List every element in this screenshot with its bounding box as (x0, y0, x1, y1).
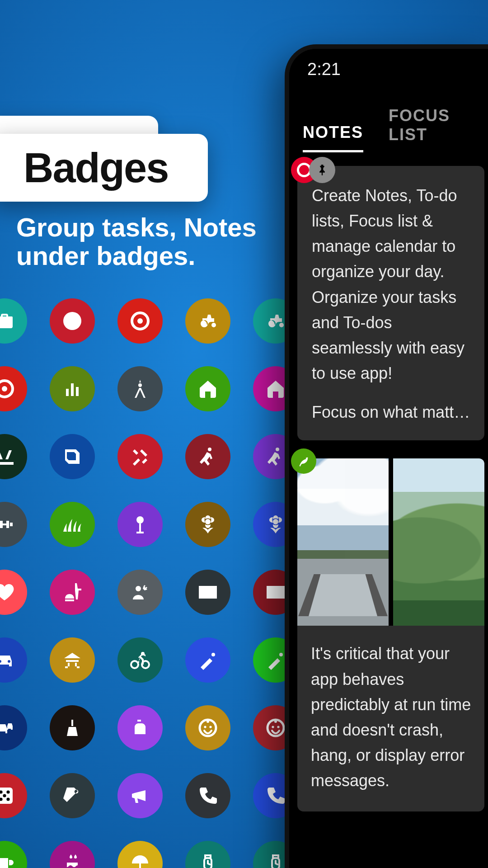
tab-bar: NOTES FOCUS LIST (289, 79, 488, 152)
leaf-icon (291, 448, 316, 474)
compass-drafting-icon[interactable] (117, 366, 163, 411)
tools-cross-icon[interactable] (117, 434, 163, 479)
dumbbell-icon[interactable] (0, 502, 27, 547)
page-title: Badges (23, 144, 168, 192)
golf-icon[interactable] (117, 502, 163, 547)
cricket-icon[interactable] (185, 637, 230, 683)
heart-icon[interactable] (0, 570, 27, 615)
title-card: Badges (0, 134, 208, 202)
dice-icon[interactable] (0, 773, 27, 818)
tractor-icon[interactable] (185, 298, 230, 344)
sick-face-icon[interactable] (50, 298, 95, 344)
traffic-icon[interactable] (0, 705, 27, 750)
handwash-icon[interactable] (117, 705, 163, 750)
bar-chart-icon[interactable] (50, 366, 95, 411)
watch-icon[interactable] (185, 841, 230, 868)
cycling-icon[interactable] (117, 637, 163, 683)
flower-icon[interactable] (185, 502, 230, 547)
home-icon[interactable] (185, 366, 230, 411)
fastfood-icon[interactable] (50, 570, 95, 615)
deck-icon[interactable] (50, 637, 95, 683)
cake-icon[interactable] (50, 841, 95, 868)
note-image (393, 458, 484, 626)
pushpin-icon (309, 157, 335, 183)
status-time: 2:21 (289, 60, 488, 79)
tab-focus-list[interactable]: FOCUS LIST (389, 106, 479, 152)
note-pins (291, 157, 335, 183)
cleaning-icon[interactable] (50, 705, 95, 750)
beach-icon[interactable] (117, 841, 163, 868)
note-body: Create Notes, To-do lists, Focus list & … (312, 183, 474, 386)
engineer-icon[interactable] (117, 570, 163, 615)
phone-mockup: 2:21 NOTES FOCUS LIST Create Notes, To-d… (285, 44, 488, 868)
note-card[interactable]: It's critical that your app behaves pred… (297, 458, 484, 811)
megaphone-icon[interactable] (117, 773, 163, 818)
note-body: It's critical that your app behaves pred… (297, 626, 484, 811)
child-face-icon[interactable] (185, 705, 230, 750)
note-card[interactable]: Create Notes, To-do lists, Focus list & … (297, 166, 484, 440)
history-edu-icon[interactable] (50, 434, 95, 479)
note-more: Focus on what matt… (312, 400, 474, 425)
hockey-icon[interactable] (0, 434, 27, 479)
page-subtitle: Group tasks, Notes under badges. (16, 213, 269, 270)
note-image-row (297, 458, 484, 626)
mug-icon[interactable] (0, 841, 27, 868)
flashlight-icon[interactable] (50, 773, 95, 818)
target-icon[interactable] (117, 298, 163, 344)
note-image (297, 458, 389, 626)
car-icon[interactable] (0, 637, 27, 683)
handball-icon[interactable] (185, 434, 230, 479)
tab-notes[interactable]: NOTES (303, 123, 363, 152)
badge-grid (0, 298, 307, 868)
target-icon[interactable] (0, 366, 27, 411)
briefcase-icon[interactable] (0, 298, 27, 344)
mail-icon[interactable] (185, 570, 230, 615)
grass-icon[interactable] (50, 502, 95, 547)
phone-icon[interactable] (185, 773, 230, 818)
